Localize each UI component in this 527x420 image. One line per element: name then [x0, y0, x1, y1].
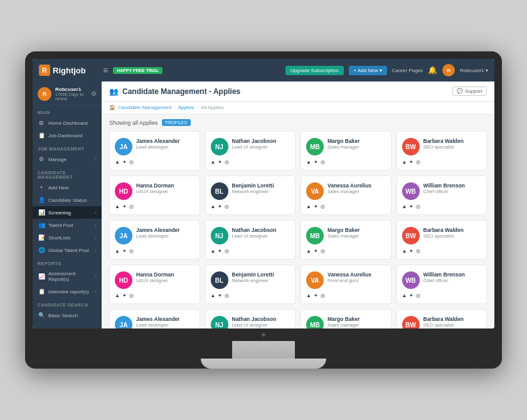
github-icon[interactable]: ◎: [225, 293, 229, 298]
github-icon[interactable]: ◎: [225, 159, 229, 165]
card-info: Barbara Walden SEO specialist: [423, 316, 482, 328]
mountain-icon[interactable]: ▲: [115, 248, 120, 254]
github-icon[interactable]: ◎: [321, 293, 325, 298]
sidebar-item-candidate-status[interactable]: 👤 Candidate Status: [33, 194, 102, 206]
twitter-icon[interactable]: ✦: [122, 159, 127, 165]
candidate-name: James Alexander: [136, 138, 194, 144]
github-icon[interactable]: ◎: [129, 248, 134, 254]
github-icon[interactable]: ◎: [416, 293, 420, 298]
github-icon[interactable]: ◎: [321, 159, 325, 165]
candidate-card[interactable]: MB Margo Baker Sales manager ▲ ✦ ◎: [301, 309, 391, 328]
twitter-icon[interactable]: ✦: [218, 248, 222, 254]
twitter-icon[interactable]: ✦: [218, 293, 222, 298]
candidate-card[interactable]: MB Margo Baker Sales manager ▲ ✦ ◎: [301, 220, 391, 260]
candidate-card[interactable]: WB William Brenson Chief officer ▲ ✦ ◎: [397, 265, 487, 304]
gear-icon[interactable]: ⚙: [91, 90, 97, 97]
mountain-icon[interactable]: ▲: [115, 204, 120, 209]
mountain-icon[interactable]: ▲: [211, 159, 216, 165]
candidate-card[interactable]: NJ Nathan Jacobson Lead UI designer ▲ ✦ …: [205, 220, 296, 260]
candidate-card[interactable]: JA James Alexander Lead developer ▲ ✦ ◎: [109, 220, 200, 260]
github-icon[interactable]: ◎: [416, 248, 420, 254]
sidebar-item-manage[interactable]: ⚙ Manage ›: [33, 153, 102, 165]
twitter-icon[interactable]: ✦: [122, 293, 127, 298]
mountain-icon[interactable]: ▲: [115, 293, 120, 298]
twitter-icon[interactable]: ✦: [314, 248, 318, 254]
avatar: BW: [402, 138, 420, 155]
candidate-card[interactable]: NJ Nathan Jacobson Lead UI designer ▲ ✦ …: [205, 131, 296, 171]
candidate-card[interactable]: WB William Brenson Chief officer ▲ ✦ ◎: [397, 176, 487, 215]
screen: R Rightjob ≡ HAPPY FREE TRIAL Upgrade Su…: [33, 59, 494, 328]
sidebar-item-interview[interactable]: 📋 Interview report(s) ›: [33, 285, 102, 298]
twitter-icon[interactable]: ✦: [122, 248, 127, 254]
candidate-card[interactable]: HD Hanna Dorman UI/UX designer ▲ ✦ ◎: [109, 265, 200, 304]
twitter-icon[interactable]: ✦: [122, 204, 127, 209]
shortlist-icon: 📝: [38, 234, 45, 241]
github-icon[interactable]: ◎: [416, 204, 420, 209]
avatar: NJ: [211, 227, 228, 244]
twitter-icon[interactable]: ✦: [409, 159, 413, 165]
github-icon[interactable]: ◎: [129, 293, 134, 298]
mountain-icon[interactable]: ▲: [402, 248, 407, 254]
candidate-role: Sales manager: [327, 233, 386, 239]
candidate-card[interactable]: BL Benjamin Loretti Network engineer ▲ ✦…: [205, 176, 296, 215]
twitter-icon[interactable]: ✦: [314, 293, 318, 298]
sidebar-item-job-dashboard[interactable]: 📋 Job Dashboard: [33, 129, 102, 142]
mountain-icon[interactable]: ▲: [402, 204, 407, 209]
hamburger-icon[interactable]: ≡: [103, 65, 108, 75]
github-icon[interactable]: ◎: [225, 204, 229, 209]
sidebar-item-basic-search[interactable]: 🔍 Basic Search: [33, 309, 102, 322]
candidate-card[interactable]: NJ Nathan Jacobson Lead UI designer ▲ ✦ …: [205, 309, 296, 328]
mountain-icon[interactable]: ▲: [306, 159, 311, 165]
sidebar-item-home-dashboard[interactable]: ⊞ Home Dashboard: [33, 117, 102, 129]
github-icon[interactable]: ◎: [321, 248, 325, 254]
candidate-card[interactable]: VA Vanessa Aurelius Sales manager ▲ ✦ ◎: [301, 176, 391, 215]
sidebar-item-add-new[interactable]: + Add New: [33, 181, 102, 194]
candidate-card[interactable]: VA Vanessa Aurelius Front end guru ▲ ✦ ◎: [301, 265, 391, 304]
candidate-card[interactable]: MB Margo Baker Sales manager ▲ ✦ ◎: [301, 131, 391, 171]
github-icon[interactable]: ◎: [129, 204, 134, 209]
twitter-icon[interactable]: ✦: [314, 159, 318, 165]
sidebar-item-global-talent[interactable]: 🌐 Global Talent Pool ›: [33, 244, 102, 256]
mountain-icon[interactable]: ▲: [306, 293, 311, 298]
twitter-icon[interactable]: ✦: [409, 248, 413, 254]
twitter-icon[interactable]: ✦: [409, 204, 413, 209]
career-pages-button[interactable]: Career Pages: [392, 68, 423, 73]
candidate-card[interactable]: JA James Alexander Lead developer ▲ ✦ ◎: [109, 131, 200, 171]
bell-icon[interactable]: 🔔: [428, 66, 437, 75]
mountain-icon[interactable]: ▲: [211, 204, 216, 209]
user-name-nav[interactable]: Robcuser1 ▾: [460, 68, 488, 73]
filter-badge[interactable]: PROFILES: [162, 119, 191, 126]
mountain-icon[interactable]: ▲: [115, 159, 120, 165]
mountain-icon[interactable]: ▲: [306, 204, 311, 209]
candidate-card[interactable]: BW Barbara Walden SEO specialist ▲ ✦ ◎: [397, 220, 487, 260]
support-button[interactable]: 💬 Support: [452, 87, 487, 96]
upgrade-button[interactable]: Upgrade Subscription: [285, 66, 344, 75]
breadcrumb-applies[interactable]: Applies: [178, 105, 194, 110]
sidebar-username: Robcuser1: [55, 87, 87, 92]
mountain-icon[interactable]: ▲: [211, 293, 216, 298]
mountain-icon[interactable]: ▲: [306, 248, 311, 254]
mountain-icon[interactable]: ▲: [402, 159, 407, 165]
candidate-card[interactable]: HD Hanna Dorman UI/UX designer ▲ ✦ ◎: [109, 176, 200, 215]
mountain-icon[interactable]: ▲: [402, 293, 407, 298]
twitter-icon[interactable]: ✦: [314, 204, 318, 209]
twitter-icon[interactable]: ✦: [218, 159, 222, 165]
sidebar-item-talent-pool[interactable]: 👥 Talent Pool ›: [33, 219, 102, 231]
github-icon[interactable]: ◎: [129, 159, 134, 165]
add-new-button[interactable]: + Add New ▾: [349, 66, 387, 75]
twitter-icon[interactable]: ✦: [409, 293, 413, 298]
github-icon[interactable]: ◎: [321, 204, 325, 209]
candidate-card[interactable]: BW Barbara Walden SEO specialist ▲ ✦ ◎: [397, 309, 487, 328]
github-icon[interactable]: ◎: [225, 248, 229, 254]
github-icon[interactable]: ◎: [416, 159, 420, 165]
breadcrumb-candidate-mgmt[interactable]: Candidate Management: [118, 105, 171, 110]
mountain-icon[interactable]: ▲: [211, 248, 216, 254]
candidate-card[interactable]: JA James Alexander Lead developer ▲ ✦ ◎: [109, 309, 200, 328]
sidebar-item-screening[interactable]: 📊 Screening ›: [33, 206, 102, 219]
twitter-icon[interactable]: ✦: [218, 204, 222, 209]
sidebar-item-assessment[interactable]: 📈 Assessment Report(s) ›: [33, 268, 102, 285]
candidate-card[interactable]: BL Benjamin Loretti Network engineer ▲ ✦…: [205, 265, 296, 304]
sidebar-avatar: R: [38, 87, 51, 101]
sidebar-item-shortlists[interactable]: 📝 ShortLists ›: [33, 231, 102, 244]
candidate-card[interactable]: BW Barbara Walden SEO specialist ▲ ✦ ◎: [397, 131, 487, 171]
